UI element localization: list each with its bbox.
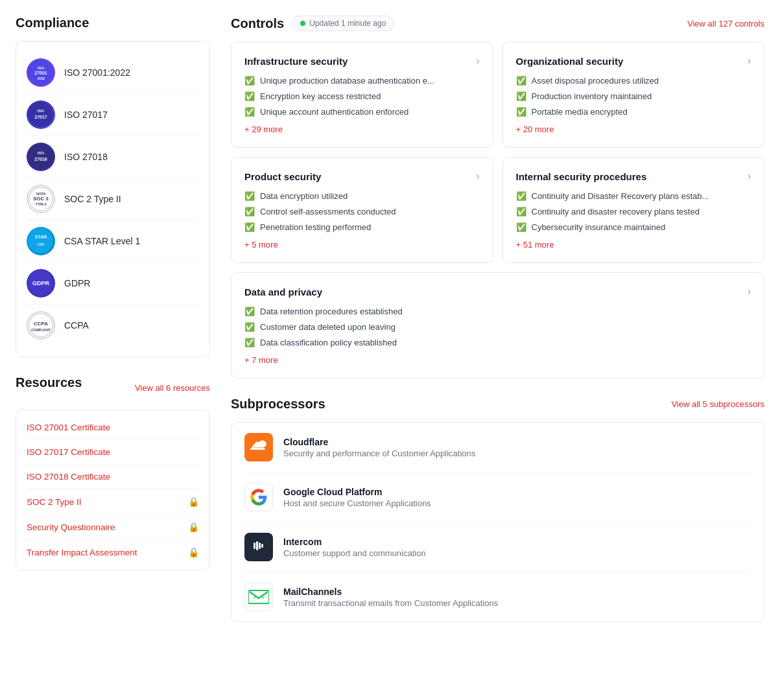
subprocessor-name-cloudflare: Cloudflare: [283, 437, 475, 447]
control-item-text: Encryption key access restricted: [260, 91, 381, 101]
control-item-text: Unique account authentication enforced: [260, 107, 408, 117]
badge-iso27001: ISO27001:2022: [27, 58, 55, 87]
compliance-item-iso27001: ISO27001:2022ISO 27001:2022: [27, 52, 199, 94]
control-item-text: Data encryption utilized: [260, 191, 348, 201]
check-icon: ✅: [516, 191, 526, 201]
svg-text:27017: 27017: [34, 115, 47, 119]
badge-iso27018: ISO27018: [27, 143, 55, 171]
controls-header-left: Controls Updated 1 minute ago: [231, 16, 394, 31]
chevron-icon-internal-security: ›: [748, 170, 751, 182]
svg-rect-23: [254, 542, 255, 549]
more-link-product-security[interactable]: + 5 more: [244, 240, 480, 250]
svg-text:ISO: ISO: [38, 151, 45, 155]
compliance-label-gdpr: GDPR: [64, 278, 90, 288]
control-item-text: Unique production database authenticatio…: [260, 76, 434, 86]
check-icon: ✅: [244, 322, 255, 332]
check-icon: ✅: [516, 222, 526, 232]
svg-rect-24: [256, 541, 258, 550]
resource-item-security-q[interactable]: Security Questionnaire🔒: [27, 515, 199, 540]
view-all-controls-link[interactable]: View all 127 controls: [687, 19, 764, 29]
control-item-text: Portable media encrypted: [532, 107, 628, 117]
control-card-infrastructure-security[interactable]: Infrastructure security›✅Unique producti…: [231, 41, 493, 148]
view-all-resources-link[interactable]: View all 6 resources: [135, 383, 210, 393]
data-privacy-more-link[interactable]: + 7 more: [244, 355, 751, 365]
control-card-internal-security[interactable]: Internal security procedures›✅Continuity…: [502, 157, 765, 263]
subprocessor-item-cloudflare: CloudflareSecurity and performance of Cu…: [244, 423, 751, 472]
check-icon: ✅: [244, 307, 255, 316]
chevron-icon-organizational-security: ›: [748, 55, 751, 67]
control-item: ✅Control self-assessments conducted: [244, 207, 480, 216]
subprocessor-info-mailchannels: MailChannelsTransmit transactional email…: [283, 587, 498, 608]
control-item: ✅Encryption key access restricted: [244, 91, 480, 101]
subprocessor-item-mailchannels: MailChannelsTransmit transactional email…: [244, 572, 751, 622]
controls-grid: Infrastructure security›✅Unique producti…: [231, 41, 764, 263]
check-icon: ✅: [244, 338, 255, 347]
control-item: ✅Unique account authentication enforced: [244, 107, 480, 117]
right-column: Controls Updated 1 minute ago View all 1…: [231, 16, 764, 622]
compliance-item-gdpr: GDPRGDPR: [27, 262, 199, 305]
control-item: ✅Customer data deleted upon leaving: [244, 322, 751, 332]
control-card-organizational-security[interactable]: Organizational security›✅Asset disposal …: [502, 41, 765, 148]
control-item: ✅Data encryption utilized: [244, 191, 480, 201]
resource-item-iso27017-cert[interactable]: ISO 27017 Certificate: [27, 440, 199, 465]
compliance-title: Compliance: [16, 16, 210, 30]
lock-icon: 🔒: [188, 547, 199, 557]
badge-soc2: AICPASOC 2TYPE II: [27, 185, 55, 213]
check-icon: ✅: [516, 107, 526, 117]
subprocessors-title: Subprocessors: [231, 397, 325, 412]
resource-item-tia[interactable]: Transfer Impact Assessment🔒: [27, 540, 199, 565]
resource-item-iso27001-cert[interactable]: ISO 27001 Certificate: [27, 415, 199, 440]
resource-item-soc2-typeii[interactable]: SOC 2 Type II🔒: [27, 489, 199, 515]
subprocessor-desc-cloudflare: Security and performance of Customer App…: [283, 449, 475, 458]
control-item: ✅Continuity and Disaster Recovery plans …: [516, 191, 751, 201]
resources-header: Resources View all 6 resources: [16, 375, 210, 401]
svg-text:ISO: ISO: [38, 66, 45, 70]
control-item: ✅Portable media encrypted: [516, 107, 751, 117]
subprocessor-logo-google: [244, 483, 273, 511]
resource-label-iso27017-cert: ISO 27017 Certificate: [27, 447, 110, 457]
subprocessor-info-google: Google Cloud PlatformHost and secure Cus…: [283, 487, 431, 508]
control-item: ✅Cybersecurity insurance maintained: [516, 222, 751, 232]
view-all-subprocessors-link[interactable]: View all 5 subprocessors: [671, 399, 764, 409]
controls-title: Controls: [231, 16, 284, 31]
control-card-header-product-security: Product security›: [244, 170, 480, 182]
control-item: ✅Data classification policy established: [244, 338, 751, 347]
left-column: Compliance ISO27001:2022ISO 27001:2022IS…: [16, 16, 210, 622]
compliance-label-iso27018: ISO 27018: [64, 152, 108, 162]
more-link-organizational-security[interactable]: + 20 more: [516, 124, 751, 134]
control-item: ✅Data retention procedures established: [244, 307, 751, 316]
compliance-item-csa: STARCSACSA STAR Level 1: [27, 220, 199, 262]
control-item: ✅Unique production database authenticati…: [244, 76, 480, 86]
data-privacy-card-title: Data and privacy: [244, 286, 322, 298]
control-item-text: Data classification policy established: [260, 338, 397, 347]
svg-text:GDPR: GDPR: [32, 280, 50, 286]
compliance-item-iso27017: ISO27017ISO 27017: [27, 94, 199, 136]
compliance-item-soc2: AICPASOC 2TYPE IISOC 2 Type II: [27, 178, 199, 220]
badge-csa: STARCSA: [27, 227, 55, 255]
svg-text:COMPLIANT: COMPLIANT: [31, 328, 51, 332]
svg-text::2022: :2022: [37, 76, 45, 80]
badge-iso27017: ISO27017: [27, 100, 55, 129]
control-card-header-organizational-security: Organizational security›: [516, 55, 751, 67]
subprocessors-header: Subprocessors View all 5 subprocessors: [231, 397, 764, 412]
data-privacy-chevron-icon: ›: [748, 286, 751, 298]
svg-text:TYPE II: TYPE II: [35, 202, 47, 206]
control-card-title-product-security: Product security: [244, 171, 321, 182]
compliance-label-ccpa: CCPA: [64, 320, 89, 331]
compliance-label-iso27001: ISO 27001:2022: [64, 67, 130, 78]
check-icon: ✅: [244, 222, 255, 232]
updated-badge: Updated 1 minute ago: [292, 16, 394, 31]
control-item-text: Continuity and Disaster Recovery plans e…: [532, 191, 709, 201]
check-icon: ✅: [244, 107, 255, 117]
svg-text:ISO: ISO: [38, 109, 45, 113]
resource-item-iso27018-cert[interactable]: ISO 27018 Certificate: [27, 465, 199, 489]
data-privacy-card[interactable]: Data and privacy › ✅Data retention proce…: [231, 272, 764, 379]
control-card-product-security[interactable]: Product security›✅Data encryption utiliz…: [231, 157, 493, 263]
chevron-icon-infrastructure-security: ›: [476, 55, 479, 67]
lock-icon: 🔒: [188, 522, 199, 532]
more-link-internal-security[interactable]: + 51 more: [516, 240, 751, 250]
more-link-infrastructure-security[interactable]: + 29 more: [244, 124, 480, 134]
check-icon: ✅: [244, 191, 255, 201]
subprocessor-name-google: Google Cloud Platform: [283, 487, 431, 497]
control-item-text: Asset disposal procedures utilized: [532, 76, 659, 86]
